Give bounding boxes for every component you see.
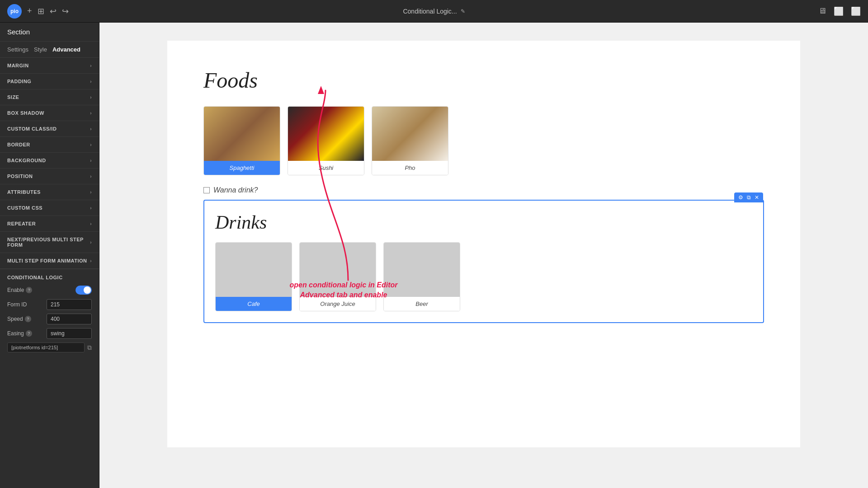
drinks-settings-icon[interactable]: ⚙ xyxy=(737,193,745,202)
logo[interactable]: pio xyxy=(7,4,22,19)
wanna-drink-row: Wanna drink? xyxy=(203,186,764,194)
sidebar-header: Section xyxy=(0,23,99,42)
speed-input[interactable] xyxy=(47,314,92,324)
drink-label-orange-juice: Orange Juice xyxy=(300,297,376,311)
sidebar-item-next-prev[interactable]: Next/Previous Multi Step Form › xyxy=(0,232,99,253)
chevron-icon: › xyxy=(90,95,92,100)
form-id-input[interactable] xyxy=(47,299,92,310)
food-card-sushi[interactable]: Sushi xyxy=(288,106,364,175)
sidebar-item-label: Size xyxy=(7,94,19,100)
mobile-icon[interactable]: ⬜ xyxy=(851,6,861,16)
sidebar-item-label: Padding xyxy=(7,79,31,84)
drink-label-cafe: Cafe xyxy=(216,297,292,311)
drink-image-beer xyxy=(384,243,460,297)
drink-card-beer[interactable]: Beer xyxy=(383,242,460,311)
conditional-logic-title: Conditional Logic xyxy=(7,275,92,280)
conditional-logic-section: Conditional Logic Enable ? Form ID Speed… xyxy=(0,269,99,358)
layers-icon[interactable]: ⊞ xyxy=(38,6,44,16)
food-card-pho[interactable]: Pho xyxy=(372,106,448,175)
drink-image-orange-juice xyxy=(300,243,376,297)
sidebar: Section Settings Style Advanced Margin ›… xyxy=(0,23,99,488)
food-image-pho xyxy=(372,107,448,161)
food-label-sushi: Sushi xyxy=(288,161,364,175)
sidebar-item-repeater[interactable]: Repeater › xyxy=(0,216,99,232)
add-icon[interactable]: + xyxy=(27,6,32,16)
easing-input[interactable] xyxy=(47,328,92,339)
topbar-right: 🖥 ⬜ ⬜ xyxy=(818,6,861,16)
food-label-spaghetti: Spaghetti xyxy=(204,161,280,175)
topbar-left: pio + ⊞ ↩ ↪ xyxy=(7,4,69,19)
main-area: Section Settings Style Advanced Margin ›… xyxy=(0,23,868,488)
undo-icon[interactable]: ↩ xyxy=(50,6,57,16)
chevron-icon: › xyxy=(90,127,92,131)
tab-advanced[interactable]: Advanced xyxy=(52,45,80,54)
drink-card-cafe[interactable]: Cafe xyxy=(215,242,292,311)
food-label-pho: Pho xyxy=(372,161,448,175)
copy-icon[interactable]: ⧉ xyxy=(87,344,92,352)
sidebar-item-label: Repeater xyxy=(7,221,36,226)
easing-info-icon[interactable]: ? xyxy=(26,330,32,337)
chevron-icon: › xyxy=(90,258,92,263)
chevron-icon: › xyxy=(90,158,92,163)
edit-title-icon[interactable]: ✎ xyxy=(461,8,465,14)
logo-text: pio xyxy=(10,8,19,14)
canvas: Foods Spaghetti Sushi Pho Wan xyxy=(99,23,868,488)
drink-card-orange-juice[interactable]: Orange Juice xyxy=(299,242,376,311)
food-image-spaghetti xyxy=(204,107,280,161)
page-title: Conditional Logic... xyxy=(403,8,457,15)
form-id-row: Form ID xyxy=(7,299,92,310)
food-image-sushi xyxy=(288,107,364,161)
food-grid: Spaghetti Sushi Pho xyxy=(203,106,764,175)
drinks-close-icon[interactable]: ✕ xyxy=(753,193,760,202)
enable-row: Enable ? xyxy=(7,286,92,295)
speed-info-icon[interactable]: ? xyxy=(25,316,31,322)
sidebar-item-custom-class[interactable]: Custom Class/ID › xyxy=(0,121,99,137)
redo-icon[interactable]: ↪ xyxy=(62,6,69,16)
sidebar-item-border[interactable]: Border › xyxy=(0,137,99,153)
enable-info-icon[interactable]: ? xyxy=(26,287,32,293)
chevron-icon: › xyxy=(90,174,92,179)
sidebar-item-padding[interactable]: Padding › xyxy=(0,74,99,89)
speed-row: Speed ? xyxy=(7,314,92,324)
sidebar-item-label: Attributes xyxy=(7,189,41,195)
shortcode-row: [piotnetforms id=215] ⧉ xyxy=(7,343,92,352)
topbar-title-area: Conditional Logic... ✎ xyxy=(403,8,465,15)
chevron-icon: › xyxy=(90,221,92,226)
topbar: pio + ⊞ ↩ ↪ Conditional Logic... ✎ 🖥 ⬜ ⬜ xyxy=(0,0,868,23)
page-content: Foods Spaghetti Sushi Pho Wan xyxy=(167,41,800,447)
drinks-section-wrapper: ⚙ ⧉ ✕ Drinks Cafe Orange Juice xyxy=(203,200,764,323)
sidebar-item-custom-css[interactable]: Custom CSS › xyxy=(0,200,99,216)
sidebar-item-margin[interactable]: Margin › xyxy=(0,58,99,74)
tablet-icon[interactable]: ⬜ xyxy=(834,6,844,16)
drinks-duplicate-icon[interactable]: ⧉ xyxy=(745,193,752,202)
speed-label: Speed ? xyxy=(7,316,31,322)
sidebar-item-label: Custom CSS xyxy=(7,205,42,211)
tab-settings[interactable]: Settings xyxy=(7,45,28,54)
drinks-title: Drinks xyxy=(215,211,752,233)
easing-label: Easing ? xyxy=(7,330,32,337)
sidebar-item-attributes[interactable]: Attributes › xyxy=(0,184,99,200)
sidebar-item-label: Border xyxy=(7,142,30,147)
enable-toggle[interactable] xyxy=(75,286,92,295)
easing-row: Easing ? xyxy=(7,328,92,339)
sidebar-item-position[interactable]: Position › xyxy=(0,169,99,184)
sidebar-item-label: Position xyxy=(7,174,33,179)
chevron-icon: › xyxy=(90,142,92,147)
sidebar-item-label: Multi Step Form Animation xyxy=(7,258,87,263)
desktop-icon[interactable]: 🖥 xyxy=(818,6,826,16)
sidebar-item-label: Box Shadow xyxy=(7,110,44,116)
sidebar-item-multi-step[interactable]: Multi Step Form Animation › xyxy=(0,253,99,269)
drinks-section: Drinks Cafe Orange Juice Beer xyxy=(204,201,763,322)
sidebar-item-box-shadow[interactable]: Box Shadow › xyxy=(0,105,99,121)
shortcode-text: [piotnetforms id=215] xyxy=(7,343,85,352)
drinks-grid: Cafe Orange Juice Beer xyxy=(215,242,752,311)
sidebar-item-size[interactable]: Size › xyxy=(0,89,99,105)
chevron-icon: › xyxy=(90,206,92,211)
sidebar-item-background[interactable]: Background › xyxy=(0,153,99,169)
drink-image-cafe xyxy=(216,243,292,297)
sidebar-item-label: Next/Previous Multi Step Form xyxy=(7,237,90,248)
tab-style[interactable]: Style xyxy=(34,45,47,54)
wanna-drink-checkbox[interactable] xyxy=(203,187,210,193)
food-card-spaghetti[interactable]: Spaghetti xyxy=(203,106,280,175)
drinks-toolbar: ⚙ ⧉ ✕ xyxy=(734,192,763,202)
